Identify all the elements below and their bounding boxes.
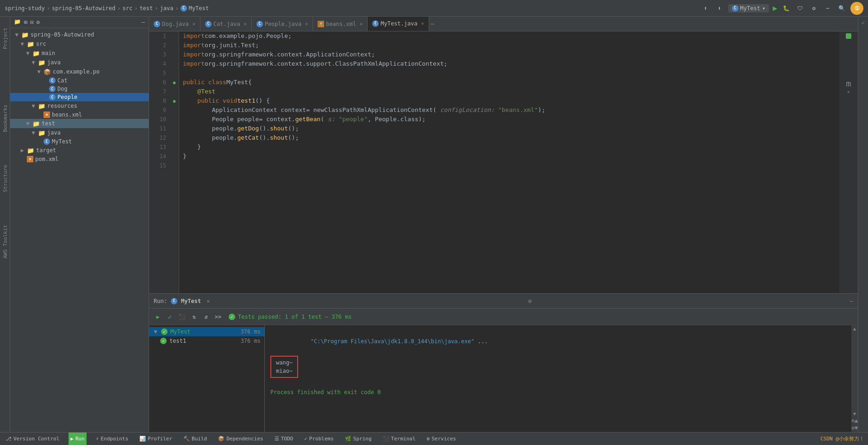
tree-item-dog[interactable]: ▶ C Dog — [10, 85, 149, 93]
tree-item-pom[interactable]: ▶ m pom.xml — [10, 155, 149, 163]
java-path[interactable]: "C:\Program Files\Java\jdk1.8.0_144\bin\… — [311, 338, 475, 345]
run-button[interactable]: ▶ — [773, 4, 777, 12]
sidebar-settings-icon[interactable]: ⚙ — [36, 19, 39, 25]
status-run[interactable]: ▶ Run — [69, 433, 87, 445]
sidebar-folder-icon[interactable]: 📁 — [14, 19, 21, 26]
project-tree: ▼ 📁 spring-05-Autowired ▼ 📁 src ▼ 📁 main… — [10, 28, 149, 432]
tree-item-src[interactable]: ▼ 📁 src — [10, 39, 149, 49]
test-name-mytest: MyTest — [170, 328, 190, 335]
tab-icon-beans: 🍃 — [318, 21, 324, 27]
tab-close-dog[interactable]: ✕ — [193, 21, 195, 26]
project-tab[interactable]: Project — [0, 19, 10, 58]
breadcrumb-src[interactable]: src — [122, 5, 132, 12]
sidebar-hide-icon[interactable]: — — [142, 19, 145, 25]
status-terminal[interactable]: ⬛ Terminal — [381, 433, 418, 445]
editor-area: C Dog.java ✕ C Cat.java ✕ C People.java … — [149, 17, 858, 432]
tree-item-java-main[interactable]: ▼ 📁 java — [10, 58, 149, 67]
sidebar-collapse-icon[interactable]: ⊟ — [30, 19, 33, 25]
breadcrumb-spring-study[interactable]: spring-study — [5, 5, 45, 12]
tab-close-cat[interactable]: ✕ — [244, 21, 247, 26]
run-filter-passed[interactable]: ✓ — [165, 312, 175, 322]
run-stop-button[interactable]: ⬛ — [177, 312, 187, 322]
run-config-selector[interactable]: C MyTest ▾ — [728, 4, 769, 12]
tab-cat[interactable]: C Cat.java ✕ — [200, 17, 252, 31]
more-run-icon[interactable]: ⚙ — [809, 3, 819, 13]
tree-item-mytest[interactable]: ▶ C MyTest — [10, 137, 149, 146]
tab-dog[interactable]: C Dog.java ✕ — [149, 17, 200, 31]
tree-item-package[interactable]: ▼ 📦 com.example.po — [10, 67, 149, 76]
tab-people[interactable]: C People.java ✕ — [252, 17, 313, 31]
tree-item-main[interactable]: ▼ 📁 main — [10, 49, 149, 58]
rs-check-icon[interactable]: ✓ — [859, 19, 868, 27]
tree-item-people[interactable]: ▶ C People — [10, 93, 149, 101]
tree-item-cat[interactable]: ▶ C Cat — [10, 76, 149, 85]
bookmarks-tab[interactable]: Bookmarks — [0, 95, 10, 142]
test-item-test1[interactable]: ✓ test1 376 ms — [149, 336, 264, 346]
java-icon-mytest: C — [44, 138, 50, 145]
status-profiler[interactable]: 📊 Profiler — [137, 433, 174, 445]
user-icon[interactable]: ① — [850, 2, 863, 15]
tab-more-button[interactable]: ⋯ — [429, 21, 436, 27]
terminal-icon: ⬛ — [383, 436, 389, 442]
tree-label-src: src — [36, 41, 46, 47]
breadcrumb-mytest[interactable]: MyTest — [189, 5, 209, 12]
status-build[interactable]: 🔨 Build — [181, 433, 209, 445]
debug-button[interactable]: 🐛 — [781, 3, 791, 13]
breadcrumb-spring05[interactable]: spring-05-Autowired — [52, 5, 115, 12]
structure-tab[interactable]: Structure — [0, 155, 10, 202]
git-push-icon[interactable]: ⬇ — [714, 3, 724, 13]
tab-mytest[interactable]: C MyTest.java ✕ — [368, 17, 429, 31]
run-settings-icon[interactable]: ⚙ — [528, 298, 531, 304]
run-expand-all[interactable]: >> — [213, 312, 223, 322]
tree-item-java-test[interactable]: ▼ 📁 java — [10, 128, 149, 137]
run-output[interactable]: "C:\Program Files\Java\jdk1.8.0_144\bin\… — [265, 325, 851, 432]
test-item-mytest[interactable]: ▼ ✓ MyTest 376 ms — [149, 327, 264, 336]
run-sort-duration[interactable]: ⇵ — [201, 312, 211, 322]
status-services[interactable]: ⚙ Services — [425, 433, 458, 445]
run-panel-hide[interactable]: — — [850, 298, 853, 304]
tree-item-beans[interactable]: ▶ m beans.xml — [10, 111, 149, 119]
scroll-list-down[interactable]: ≡▼ — [851, 425, 858, 431]
tree-item-target[interactable]: ▶ 📁 target — [10, 146, 149, 155]
status-endpoints[interactable]: ⚡ Endpoints — [94, 433, 130, 445]
tree-item-spring05[interactable]: ▼ 📁 spring-05-Autowired — [10, 30, 149, 39]
aws-tab[interactable]: AWS Toolkit — [0, 216, 10, 268]
gutter-8-run[interactable]: ● — [173, 96, 175, 105]
code-line-11: people.getDog().shout(); — [183, 124, 836, 133]
code-content[interactable]: import com.example.pojo.People; import o… — [179, 31, 839, 293]
run-tab-close[interactable]: ✕ — [206, 298, 210, 304]
tree-item-resources[interactable]: ▼ 📁 resources — [10, 101, 149, 111]
scroll-down[interactable]: ▼ — [853, 411, 856, 416]
tree-label-test: test — [42, 120, 55, 127]
breadcrumb: spring-study › spring-05-Autowired › src… — [5, 5, 699, 12]
tree-label-java-test: java — [47, 130, 61, 136]
run-again-button[interactable]: ▶ — [153, 312, 163, 322]
run-sort-alpha[interactable]: ⇅ — [189, 312, 199, 322]
git-update-icon[interactable]: ⬆ — [700, 3, 711, 13]
status-version-control[interactable]: ⎇ Version Control — [4, 433, 61, 445]
coverage-button[interactable]: 🛡 — [795, 3, 805, 13]
gutter-6-run[interactable]: ● — [173, 78, 175, 87]
tab-close-mytest[interactable]: ✕ — [421, 21, 424, 26]
status-spring[interactable]: 🌿 Spring — [343, 433, 374, 445]
tree-label-target: target — [36, 147, 56, 154]
tab-close-people[interactable]: ✕ — [305, 21, 308, 26]
folder-icon-java-test: 📁 — [38, 129, 45, 136]
tab-beans[interactable]: 🍃 beans.xml ✕ — [313, 17, 368, 31]
status-dependencies[interactable]: 📦 Dependencies — [216, 433, 265, 445]
folder-icon-package: 📦 — [44, 68, 51, 75]
bookmarks-tab-label: Bookmarks — [2, 105, 8, 132]
todo-icon: ☰ — [275, 436, 279, 442]
status-problems[interactable]: ✓ Problems — [302, 433, 336, 445]
search-everywhere-icon[interactable]: 🔍 — [837, 3, 847, 13]
breadcrumb-test[interactable]: test — [139, 5, 153, 12]
tree-item-test[interactable]: ▼ 📁 test — [10, 119, 149, 128]
avatar-close[interactable]: ✕ — [847, 89, 850, 94]
breadcrumb-java[interactable]: java — [160, 5, 174, 12]
status-todo[interactable]: ☰ TODO — [273, 433, 295, 445]
more-actions-icon[interactable]: ⋯ — [823, 3, 833, 13]
scroll-up[interactable]: ▲ — [853, 326, 856, 331]
tab-close-beans[interactable]: ✕ — [360, 21, 362, 26]
scroll-list-up[interactable]: ≡▲ — [851, 417, 858, 424]
sidebar-expand-icon[interactable]: ⊞ — [24, 19, 27, 25]
